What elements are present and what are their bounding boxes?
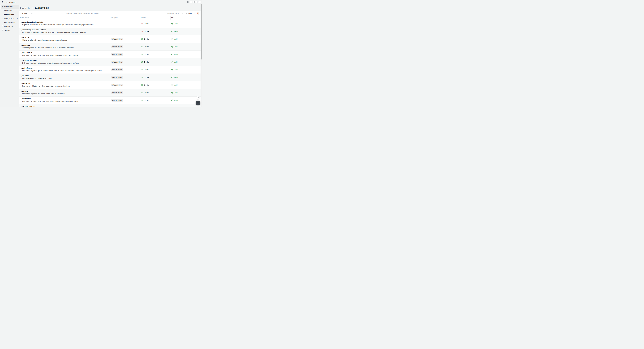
quick-launch-button[interactable]	[196, 96, 200, 100]
sidebar-item-evenements[interactable]: Evénements	[0, 12, 19, 16]
check-circle-icon	[171, 69, 173, 70]
table-row[interactable]: av.close Action de fermer un contenu Aud…	[19, 74, 200, 82]
scope-label: On site	[144, 61, 149, 63]
status-label: Validé	[174, 84, 178, 86]
event-name: av.forward	[22, 98, 31, 100]
status-cell: Validé	[171, 54, 178, 55]
event-pulse-icon	[20, 106, 22, 107]
event-name: advertising.display.offsite	[22, 21, 43, 23]
toolbar: Actions Le nombre d'événements affichés …	[19, 11, 200, 16]
table-row[interactable]: av.forward Evènement signalant la fin d'…	[19, 96, 200, 104]
event-pulse-icon	[20, 22, 22, 23]
status-cell: Validé	[171, 61, 178, 63]
event-name: av.error	[22, 90, 28, 92]
status-label: Validé	[174, 69, 178, 70]
status-cell: Validé	[171, 84, 178, 86]
breadcrumb-section[interactable]: Data model	[20, 7, 30, 9]
scrollbar-track[interactable]	[200, 0, 202, 107]
help-button[interactable]	[190, 1, 192, 3]
breadcrumb-separator: ›	[32, 7, 33, 9]
notifications-button[interactable]	[193, 1, 196, 3]
status-cell: Validé	[171, 92, 178, 94]
table-row[interactable]: advertising.display.offsite Déprécié - I…	[19, 20, 200, 28]
event-pulse-icon	[20, 44, 22, 46]
table-row[interactable]: av.fullscreen.off	[19, 104, 200, 107]
apps-grid-button[interactable]	[187, 1, 189, 3]
status-cell: Validé	[171, 100, 178, 101]
event-name: av.ad.skip	[22, 44, 30, 46]
target-icon	[141, 38, 143, 40]
status-label: Validé	[174, 92, 178, 94]
brand-label: Piano Analytics	[4, 1, 16, 3]
sidebar-item-proprietes[interactable]: Propriétés	[0, 9, 19, 12]
chevron-right-icon: ›	[17, 18, 18, 20]
sliders-icon	[2, 18, 3, 20]
sidebar-item-label: Configuration	[4, 18, 14, 20]
scope-cell: Off site	[141, 30, 149, 32]
sidebar-item-data-model[interactable]: Data Model –	[0, 5, 19, 9]
table-row[interactable]: av.buffer.heartbeat Evènement signalant …	[19, 58, 200, 66]
event-pulse-icon	[20, 83, 22, 84]
target-icon	[141, 23, 143, 24]
column-header-categories: Catégories	[111, 16, 118, 20]
sidebar-item-label: Settings	[4, 30, 10, 31]
check-circle-icon	[171, 54, 173, 55]
scope-cell: On site	[141, 84, 149, 86]
category-chip: #Audio / video	[111, 99, 124, 102]
event-name: av.fullscreen.off	[22, 106, 35, 107]
brand[interactable]: Piano Analytics	[1, 1, 16, 4]
sidebar-item-label: Propriétés	[4, 10, 12, 12]
status-cell: Validé	[171, 30, 178, 32]
target-icon	[141, 30, 143, 32]
search-input[interactable]	[167, 13, 179, 14]
scope-label: On site	[144, 54, 149, 55]
sidebar-item-settings[interactable]: Settings	[0, 28, 19, 32]
add-event-button[interactable]: +	[196, 100, 200, 105]
check-circle-icon	[171, 92, 173, 94]
event-pulse-icon	[20, 90, 22, 92]
sidebar-item-label: Data Model	[4, 6, 12, 8]
target-icon	[141, 84, 143, 86]
status-label: Validé	[174, 54, 178, 55]
status-cell: Validé	[171, 23, 178, 24]
filter-button[interactable]: Filtrer	[184, 12, 198, 15]
event-description: Evènement signalant la fin d'un déplacem…	[22, 100, 78, 102]
scope-cell: On site	[141, 100, 149, 101]
search-icon[interactable]	[180, 13, 181, 14]
table-row[interactable]: av.display Impression publicitaire lors …	[19, 81, 200, 89]
category-chip: #Audio / video	[111, 76, 124, 79]
column-header-statut: Statut	[171, 16, 175, 20]
sidebar-item-integrations[interactable]: Intégrations	[0, 24, 19, 28]
table-row[interactable]: av.error Evènement signalant une erreur …	[19, 89, 200, 97]
table-row[interactable]: av.buffer.start Evènement signalant que …	[19, 66, 200, 74]
category-chip: #Audio / video	[111, 84, 124, 86]
scrollbar-thumb[interactable]	[201, 4, 202, 60]
check-circle-icon	[171, 76, 173, 78]
event-name: advertising.impression.offsite	[22, 29, 46, 31]
actions-dropdown-button[interactable]: Actions	[20, 12, 34, 15]
sidebar-item-enrichissement[interactable]: Enrichissement	[0, 20, 19, 24]
table-body: advertising.display.offsite Déprécié - I…	[19, 20, 200, 107]
table-row[interactable]: av.ad.click Clic sur une bannière public…	[19, 35, 200, 43]
notification-badge	[195, 1, 196, 2]
scope-label: On site	[144, 84, 149, 86]
table-row[interactable]: av.ad.skip Action de passer une bannière…	[19, 43, 200, 51]
table-row[interactable]: advertising.impression.offsite Impressio…	[19, 28, 200, 36]
event-name: av.backward	[22, 52, 32, 54]
target-icon	[141, 54, 143, 55]
check-circle-icon	[171, 38, 173, 40]
scope-label: On site	[144, 76, 149, 78]
table-header: Evénements Catégories Portée Statut	[19, 16, 200, 20]
events-count-info: Le nombre d'événements affichés est de :…	[56, 13, 108, 14]
check-circle-icon	[171, 30, 173, 32]
filter-label: Filtrer	[188, 13, 192, 14]
collapse-minus-icon[interactable]: –	[17, 6, 18, 8]
question-mark-icon	[190, 1, 192, 3]
scope-label: On site	[144, 100, 149, 101]
scope-cell: On site	[141, 61, 149, 63]
event-pulse-icon	[20, 98, 22, 100]
table-row[interactable]: av.backward Evènement signalant la fin d…	[19, 50, 200, 58]
sidebar-item-label: Intégrations	[4, 26, 12, 27]
filter-lines-icon	[186, 13, 187, 14]
sidebar-item-configuration[interactable]: Configuration ›	[0, 16, 19, 20]
